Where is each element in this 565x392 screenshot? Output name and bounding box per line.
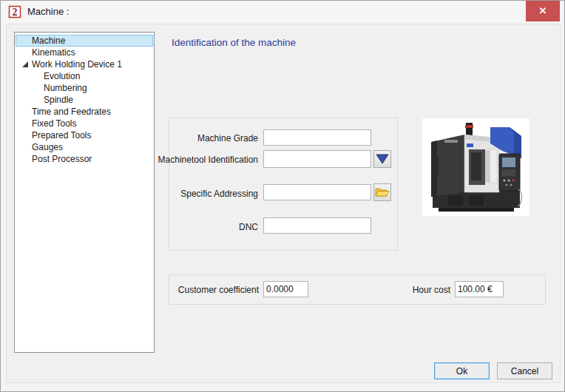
specific-addressing-input[interactable] (263, 184, 371, 200)
customer-coefficient-label: Customer coefficient (178, 285, 259, 295)
tree-item-time-and-feedrates[interactable]: Time and Feedrates (16, 106, 153, 118)
tree-item-gauges[interactable]: Gauges (16, 141, 153, 153)
folder-open-icon (375, 186, 390, 198)
tree-item-label: Numbering (44, 83, 87, 93)
tree-item-label: Prepared Tools (32, 130, 92, 141)
page-title: Identification of the machine (172, 37, 296, 48)
svg-text:2: 2 (13, 7, 18, 18)
tree-item-numbering[interactable]: Numbering (16, 82, 153, 94)
tree-item-machine[interactable]: Machine (16, 35, 153, 47)
machinetool-identification-input[interactable] (263, 150, 371, 168)
specific-addressing-label: Specific Addressing (180, 189, 258, 199)
ok-button[interactable]: Ok (434, 362, 490, 379)
tree-item-prepared-tools[interactable]: Prepared Tools (16, 129, 153, 141)
tree-item-kinematics[interactable]: Kinematics (16, 47, 153, 58)
tree: MachineKinematicsWork Holding Device 1Ev… (14, 32, 155, 353)
identification-groupbox: Machine Grade Machinetool Identification… (169, 118, 398, 251)
dnc-label: DNC (239, 222, 258, 232)
tree-item-label: Machine (32, 36, 65, 46)
tree-item-label: Work Holding Device 1 (32, 59, 122, 70)
tree-expander-icon[interactable] (22, 61, 29, 68)
tree-item-label: Time and Feedrates (32, 107, 111, 117)
tree-item-work-holding-device-1[interactable]: Work Holding Device 1 (16, 58, 153, 70)
dropdown-icon (376, 154, 389, 164)
machine-grade-label: Machine Grade (197, 133, 258, 143)
coefficients-groupbox: Customer coefficient Hour cost (169, 274, 546, 305)
tree-item-label: Kinematics (32, 47, 75, 58)
machine-dialog: 2 Machine : ✕ MachineKinematicsWork Hold… (0, 0, 565, 392)
tree-item-spindle[interactable]: Spindle (16, 94, 153, 106)
tree-item-post-processor[interactable]: Post Processor (16, 153, 153, 165)
window-title: Machine : (27, 1, 69, 22)
hour-cost-label: Hour cost (413, 285, 450, 295)
tree-item-label: Spindle (44, 95, 73, 105)
cancel-button[interactable]: Cancel (497, 362, 552, 379)
specific-addressing-browse-button[interactable] (373, 183, 391, 201)
machinetool-dropdown-button[interactable] (373, 150, 391, 168)
title-bar: 2 Machine : ✕ (1, 1, 564, 23)
machinetool-identification-label: Machinetool Identification (158, 155, 258, 165)
tree-item-label: Fixed Tools (32, 118, 76, 129)
tree-item-label: Post Processor (32, 154, 92, 164)
content-panel: MachineKinematicsWork Holding Device 1Ev… (6, 24, 561, 383)
hour-cost-input[interactable] (455, 281, 504, 297)
customer-coefficient-input[interactable] (263, 281, 308, 297)
tree-item-label: Gauges (32, 142, 63, 152)
machine-grade-input[interactable] (263, 129, 371, 146)
tree-item-evolution[interactable]: Evolution (16, 70, 153, 82)
close-button[interactable]: ✕ (526, 1, 560, 21)
machine-photo (422, 118, 530, 216)
tree-item-label: Evolution (44, 71, 80, 81)
app-logo-icon: 2 (8, 4, 23, 19)
dnc-input[interactable] (263, 217, 371, 234)
tree-item-fixed-tools[interactable]: Fixed Tools (16, 118, 153, 129)
